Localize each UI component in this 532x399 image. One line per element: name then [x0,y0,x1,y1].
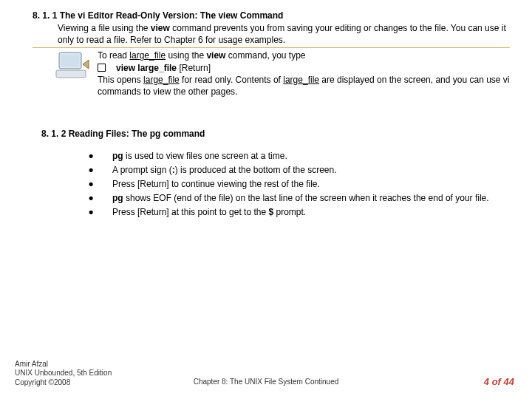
heading-post: Command [237,10,283,21]
example-line-1: To read large_file using the view comman… [98,50,510,61]
heading-cmd: view [218,10,237,21]
pg-keyword: pg [112,151,123,161]
divider-line [33,47,510,48]
example-line-3: This opens large_file for read only. Con… [98,74,510,98]
checkbox-icon [98,64,106,72]
computer-icon [55,50,90,82]
footer-center: Chapter 8: The UNIX File System Continue… [0,378,532,386]
page-number: 4 of 44 [484,376,514,387]
filename: large_file [143,75,180,85]
svg-rect-2 [56,70,86,78]
filename: large_file [129,50,166,61]
heading-pre: 8. 1. 1 The vi Editor Read-Only Version:… [33,10,218,21]
command-text: view large_file [116,63,177,73]
list-item: Press [Return] at this point to get to t… [89,205,510,219]
list-item: pg is used to view files one screen at a… [89,149,510,163]
svg-rect-1 [61,55,79,66]
example-row: To read large_file using the view comman… [33,50,510,98]
slide-content: 8. 1. 1 The vi Editor Read-Only Version:… [0,0,532,219]
book-title: UNIX Unbounded, 5th Edition [15,369,112,378]
list-item: A prompt sign (:) is produced at the bot… [89,163,510,177]
section-1-heading: 8. 1. 1 The vi Editor Read-Only Version:… [33,10,510,21]
command-line: view large_file [Return] [98,62,510,74]
return-key: [Return] [177,63,211,73]
bullet-list: pg is used to view files one screen at a… [89,149,510,219]
view-keyword: view [206,50,225,61]
example-body: To read large_file using the view comman… [98,50,510,98]
pg-keyword: pg [112,193,123,203]
list-item: pg shows EOF (end of the file) on the la… [89,191,510,205]
section-2-heading: 8. 1. 2 Reading Files: The pg command [41,129,510,139]
filename: large_file [283,75,319,85]
section-1-paragraph: Viewing a file using the view command pr… [58,22,510,46]
view-keyword: view [151,23,170,33]
author-name: Amir Afzal [15,360,112,369]
list-item: Press [Return] to continue viewing the r… [89,177,510,191]
